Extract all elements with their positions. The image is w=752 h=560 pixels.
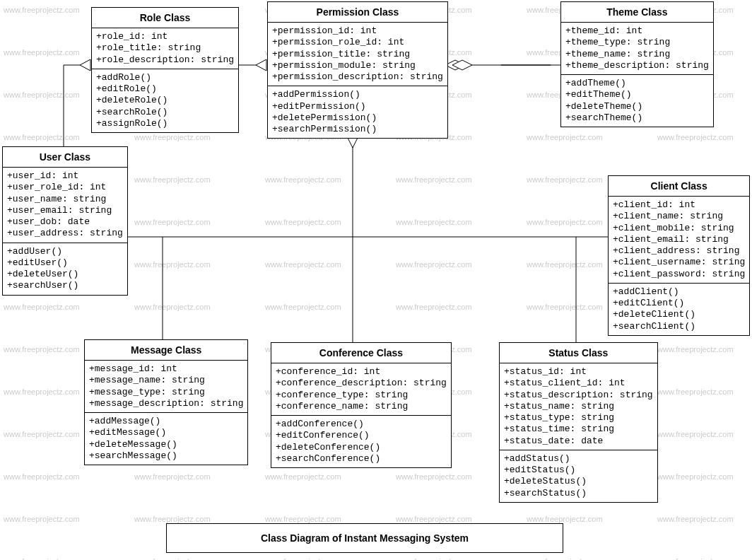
class-attrs: +user_id: int+user_role_id: int+user_nam… xyxy=(3,168,127,243)
watermark: www.freeprojectz.com xyxy=(134,303,211,311)
class-line: +message_description: string xyxy=(89,398,243,409)
class-line: +searchTheme() xyxy=(565,112,709,124)
watermark: www.freeprojectz.com xyxy=(527,175,603,184)
class-line: +assignRole() xyxy=(96,118,234,129)
watermark: www.freeprojectz.com xyxy=(265,303,341,311)
class-line: +permission_role_id: int xyxy=(272,37,443,48)
class-line: +status_time: string xyxy=(504,424,653,435)
class-line: +theme_id: int xyxy=(565,25,709,37)
class-ops: +addClient()+editClient()+deleteClient()… xyxy=(609,284,749,335)
watermark: www.freeprojectz.com xyxy=(396,472,472,481)
class-line: +addRole() xyxy=(96,72,234,83)
class-line: +deletePermission() xyxy=(272,112,443,124)
watermark: www.freeprojectz.com xyxy=(4,387,80,396)
class-line: +searchRole() xyxy=(96,107,234,118)
class-line: +deleteStatus() xyxy=(504,476,653,487)
class-line: +editTheme() xyxy=(565,89,709,100)
class-attrs: +conference_id: int+conference_descripti… xyxy=(271,363,451,416)
class-line: +editMessage() xyxy=(89,427,243,438)
watermark: www.freeprojectz.com xyxy=(396,260,472,269)
watermark: www.freeprojectz.com xyxy=(265,515,341,523)
watermark: www.freeprojectz.com xyxy=(134,472,211,481)
class-line: +deleteUser() xyxy=(7,269,123,280)
class-line: +permission_title: string xyxy=(272,49,443,60)
watermark: www.freeprojectz.com xyxy=(4,557,80,560)
class-line: +searchMessage() xyxy=(89,450,243,462)
watermark: www.freeprojectz.com xyxy=(265,175,341,184)
class-line: +searchConference() xyxy=(276,453,447,465)
svg-marker-3 xyxy=(445,60,465,70)
class-title: Client Class xyxy=(609,176,749,197)
watermark: www.freeprojectz.com xyxy=(4,48,80,57)
class-line: +editClient() xyxy=(613,298,745,309)
class-line: +permission_id: int xyxy=(272,25,443,37)
class-line: +client_name: string xyxy=(613,211,745,222)
class-line: +addConference() xyxy=(276,419,447,430)
watermark: www.freeprojectz.com xyxy=(4,515,80,523)
class-line: +addClient() xyxy=(613,286,745,298)
watermark: www.freeprojectz.com xyxy=(265,260,341,269)
class-line: +addMessage() xyxy=(89,416,243,427)
class-line: +conference_type: string xyxy=(276,390,447,401)
watermark: www.freeprojectz.com xyxy=(4,472,80,481)
watermark: www.freeprojectz.com xyxy=(265,218,341,226)
watermark: www.freeprojectz.com xyxy=(134,133,211,141)
class-ops: +addUser()+editUser()+deleteUser()+searc… xyxy=(3,243,127,295)
class-line: +editConference() xyxy=(276,430,447,441)
class-line: +client_password: string xyxy=(613,269,745,280)
class-line: +client_id: int xyxy=(613,199,745,211)
class-line: +searchPermission() xyxy=(272,124,443,135)
class-line: +deleteConference() xyxy=(276,442,447,453)
class-line: +status_type: string xyxy=(504,412,653,424)
class-line: +permission_module: string xyxy=(272,60,443,71)
watermark: www.freeprojectz.com xyxy=(527,133,603,141)
class-ops: +addTheme()+editTheme()+deleteTheme()+se… xyxy=(561,75,713,127)
watermark: www.freeprojectz.com xyxy=(265,557,341,560)
watermark: www.freeprojectz.com xyxy=(527,557,603,560)
class-conference: Conference Class +conference_id: int+con… xyxy=(271,342,452,468)
class-line: +client_mobile: string xyxy=(613,223,745,234)
class-attrs: +theme_id: int+theme_type: string+theme_… xyxy=(561,23,713,75)
class-line: +addPermission() xyxy=(272,89,443,100)
class-line: +status_date: date xyxy=(504,436,653,447)
class-line: +editPermission() xyxy=(272,101,443,112)
class-line: +client_address: string xyxy=(613,245,745,257)
class-client: Client Class +client_id: int+client_name… xyxy=(608,175,750,336)
svg-marker-4 xyxy=(452,60,472,70)
class-attrs: +status_id: int+status_client_id: int+st… xyxy=(500,363,657,450)
svg-marker-8 xyxy=(80,59,90,71)
class-line: +theme_description: string xyxy=(565,60,709,71)
diagram-title: Class Diagram of Instant Messaging Syste… xyxy=(166,523,563,553)
watermark: www.freeprojectz.com xyxy=(265,472,341,481)
class-theme: Theme Class +theme_id: int+theme_type: s… xyxy=(560,1,714,127)
class-ops: +addMessage()+editMessage()+deleteMessag… xyxy=(85,413,247,465)
class-line: +searchClient() xyxy=(613,321,745,332)
watermark: www.freeprojectz.com xyxy=(657,430,734,438)
class-message: Message Class +message_id: int+message_n… xyxy=(84,339,248,465)
watermark: www.freeprojectz.com xyxy=(4,133,80,141)
class-title: Theme Class xyxy=(561,2,713,23)
class-line: +addTheme() xyxy=(565,78,709,89)
class-line: +addStatus() xyxy=(504,453,653,465)
class-line: +deleteTheme() xyxy=(565,101,709,112)
class-line: +addUser() xyxy=(7,246,123,257)
watermark: www.freeprojectz.com xyxy=(527,303,603,311)
watermark: www.freeprojectz.com xyxy=(134,557,211,560)
class-ops: +addPermission()+editPermission()+delete… xyxy=(268,86,447,138)
class-ops: +addStatus()+editStatus()+deleteStatus()… xyxy=(500,450,657,502)
watermark: www.freeprojectz.com xyxy=(396,175,472,184)
watermark: www.freeprojectz.com xyxy=(134,218,211,226)
class-attrs: +client_id: int+client_name: string+clie… xyxy=(609,197,749,284)
class-ops: +addRole()+editRole()+deleteRole()+searc… xyxy=(92,69,238,132)
class-line: +role_id: int xyxy=(96,31,234,42)
class-attrs: +permission_id: int+permission_role_id: … xyxy=(268,23,447,86)
watermark: www.freeprojectz.com xyxy=(657,345,734,354)
class-line: +status_id: int xyxy=(504,366,653,378)
watermark: www.freeprojectz.com xyxy=(134,260,211,269)
class-line: +theme_type: string xyxy=(565,37,709,48)
class-line: +user_id: int xyxy=(7,170,123,182)
class-line: +user_name: string xyxy=(7,194,123,205)
class-line: +client_username: string xyxy=(613,257,745,268)
class-line: +client_email: string xyxy=(613,234,745,245)
class-permission: Permission Class +permission_id: int+per… xyxy=(267,1,448,139)
